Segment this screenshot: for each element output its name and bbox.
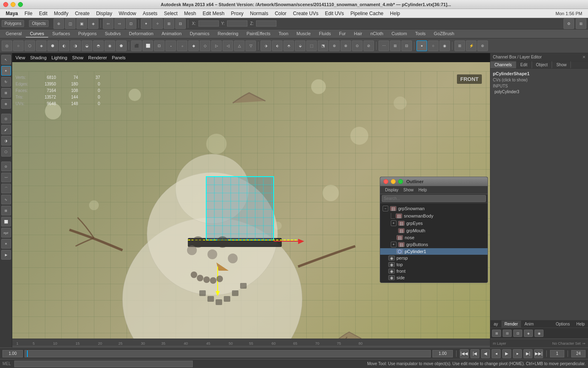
tool-paint-skin[interactable]: ◑ [1,136,11,146]
toolbar-icon-3[interactable]: ▣ [76,18,87,29]
x-input[interactable] [198,20,219,27]
outliner-item-front[interactable]: ◈ front [380,268,488,274]
tab-surfaces[interactable]: Surfaces [48,30,74,38]
channel-tab-show[interactable]: Show [552,61,571,68]
tab-curves[interactable]: Curves [26,30,48,38]
outliner-item-pcylinder1[interactable]: ⬡ pCylinder1 [380,248,488,255]
tool-snap-1[interactable]: ⋯ [379,40,389,51]
tool-xyz[interactable]: xyz [1,228,11,238]
tab-deformation[interactable]: Deformation [125,30,158,38]
close-button[interactable] [3,2,8,7]
toolbar-icon-2[interactable]: ◫ [65,18,76,29]
menu-create[interactable]: Create [71,11,93,16]
pb-next-frame[interactable]: ▸ [513,349,522,358]
menu-assets[interactable]: Assets [139,11,160,16]
tool-14[interactable]: ⬩ [165,40,176,51]
mode-selector[interactable]: Polygons [2,20,24,27]
channel-tab-channels[interactable]: Channels [490,61,516,68]
mel-input[interactable] [14,361,193,367]
layout-icon[interactable]: ⊞ [454,40,465,51]
menu-file[interactable]: File [21,11,36,16]
tab-tools[interactable]: Tools [411,30,430,38]
tool-10[interactable]: ⬟ [116,40,127,51]
outliner-item-grpbuttons[interactable]: + ▤ grpButtons [380,241,488,248]
tree-toggle-grpbuttons[interactable]: + [391,242,396,247]
tab-custom[interactable]: Custom [388,30,411,38]
tool-23[interactable]: ⬖ [272,40,283,51]
br-tab-render[interactable]: Render [501,321,521,328]
render-icon[interactable]: ⚡ [466,40,477,51]
menu-help[interactable]: Help [387,11,403,16]
viewport-menu-shading[interactable]: Shading [30,55,47,60]
channel-tab-object[interactable]: Object [532,61,552,68]
tab-animation[interactable]: Animation [158,30,186,38]
tool-13[interactable]: ⊡ [154,40,165,51]
tool-scale-btn[interactable]: ⊞ [1,88,11,98]
viewport-menu-panels[interactable]: Panels [112,55,126,60]
menu-pipeline-cache[interactable]: Pipeline Cache [347,11,387,16]
tool-lasso[interactable]: ○ [13,40,24,51]
pb-prev-frame[interactable]: ◀ [481,349,490,358]
toolbar-icon-10[interactable]: ⊞ [164,18,174,29]
tool-curve-3[interactable]: ∿ [1,195,11,204]
tab-subdivs[interactable]: Subdivs [101,30,125,38]
channel-tab-edit[interactable]: Edit [516,61,532,68]
tool-28[interactable]: ⊕ [329,40,340,51]
pb-go-end[interactable]: ▶▶| [534,349,543,358]
toolbar-icon-8[interactable]: ✦ [141,18,151,29]
tool-11[interactable]: ⬛ [131,40,142,51]
tool-soft-sel[interactable]: ◎ [1,114,11,123]
menu-edit-mesh[interactable]: Edit Mesh [199,11,227,16]
outliner-item-side[interactable]: ◈ side [380,274,488,281]
outliner-maximize[interactable] [398,179,403,184]
shade-flat[interactable]: ● [416,40,427,51]
tool-16[interactable]: ◆ [188,40,199,51]
menu-display[interactable]: Display [93,11,115,16]
tab-polygons[interactable]: Polygons [74,30,100,38]
tool-universal-btn[interactable]: ⊕ [1,99,11,109]
tool-15[interactable]: ⬦ [177,40,187,51]
timeline-range[interactable] [24,350,431,357]
tab-muscle[interactable]: Muscle [292,30,315,38]
shade-wire[interactable]: ○ [428,40,439,51]
outliner-item-snowmanbody[interactable]: ▤ snowmanBody [380,212,488,220]
outliner-menu-help[interactable]: Help [416,188,430,192]
tool-21[interactable]: ▽ [245,40,256,51]
tab-general[interactable]: General [2,30,26,38]
pb-play-back[interactable]: ◂ [492,349,501,358]
tab-fur[interactable]: Fur [335,30,350,38]
tool-31[interactable]: ⊘ [363,40,374,51]
tool-snap-view[interactable]: ⊞ [1,206,11,215]
pb-play[interactable]: ▶ [502,349,511,358]
outliner-item-nose[interactable]: ▤ nose [380,234,488,241]
outliner-title-bar[interactable]: Outliner [380,177,488,186]
tab-rendering[interactable]: Rendering [214,30,243,38]
menu-color[interactable]: Color [272,11,290,16]
tree-toggle-grpsnowman[interactable]: − [383,206,388,211]
pb-step-back[interactable]: |◀ [470,349,479,358]
outliner-item-top[interactable]: ◈ top [380,261,488,268]
viewport-frame[interactable]: View Shading Lighting Show Renderer Pane… [12,53,490,348]
tab-hair[interactable]: Hair [350,30,366,38]
br-btn-3[interactable]: ⊡ [513,330,522,337]
snap-icon[interactable]: ⊛ [477,40,488,51]
br-btn-4[interactable]: ◈ [524,330,533,337]
br-btn-1[interactable]: ⊞ [492,330,501,337]
channel-box-close-icon[interactable]: ✕ [582,55,586,59]
toolbar-icon-1[interactable]: ⊕ [53,18,64,29]
tool-30[interactable]: ⊙ [352,40,363,51]
tool-6[interactable]: ◑ [70,40,81,51]
tab-gozbrush[interactable]: GoZBrush [430,30,458,38]
tool-22[interactable]: ⬗ [261,40,271,51]
menu-normals[interactable]: Normals [247,11,272,16]
br-tab-help[interactable]: Help [573,321,588,328]
outliner-item-grpeyes[interactable]: + ▤ grpEyes [380,220,488,227]
tool-12[interactable]: ⬜ [143,40,153,51]
viewport-menu-lighting[interactable]: Lighting [51,55,67,60]
tool-17[interactable]: ◇ [200,40,210,51]
tab-painteffects[interactable]: PaintEffects [243,30,275,38]
outliner-item-grpmouth[interactable]: ▤ grpMouth [380,227,488,234]
z-input[interactable] [256,20,276,27]
br-btn-5[interactable]: ◉ [535,330,543,337]
tree-toggle-grpeyes[interactable]: + [391,220,396,226]
